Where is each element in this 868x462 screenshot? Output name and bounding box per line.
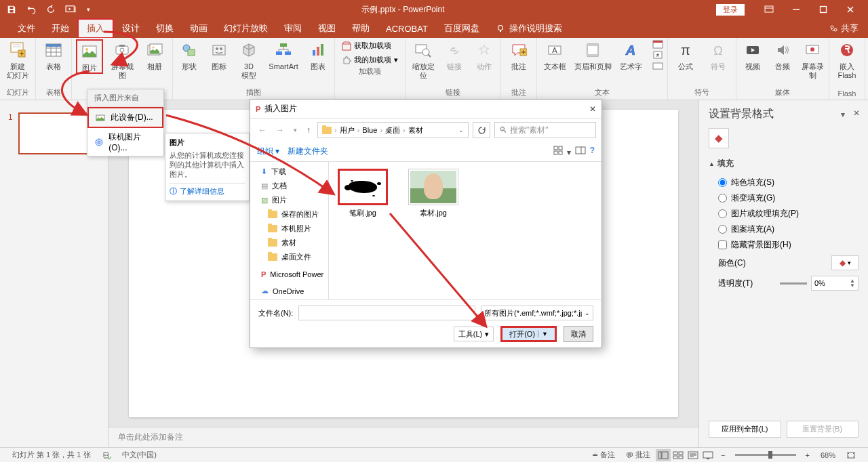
search-input[interactable]: 🔍︎搜索"素材" bbox=[494, 122, 596, 138]
tab-review[interactable]: 审阅 bbox=[276, 20, 310, 37]
transparency-slider[interactable] bbox=[780, 282, 807, 285]
slideshow-view-icon[interactable] bbox=[701, 449, 715, 461]
tab-transitions[interactable]: 切换 bbox=[148, 20, 182, 37]
tab-baidu[interactable]: 百度网盘 bbox=[436, 20, 488, 37]
solid-fill-radio[interactable]: 纯色填充(S) bbox=[709, 175, 859, 190]
language-indicator[interactable]: 中文(中国) bbox=[122, 450, 157, 460]
zoom-level[interactable]: 68% bbox=[821, 451, 835, 459]
undo-icon[interactable] bbox=[26, 5, 37, 14]
action-button[interactable]: 动作 bbox=[472, 39, 496, 71]
chart-button[interactable]: 图表 bbox=[306, 39, 330, 71]
headerfooter-button[interactable]: 页眉和页脚 bbox=[574, 39, 612, 71]
filetype-combo[interactable]: 所有图片(*.emf;*.wmf;*.jpg;*.jp⌄ bbox=[481, 306, 593, 320]
tree-ms-power[interactable]: PMicrosoft Power bbox=[250, 268, 328, 280]
fit-window-icon[interactable] bbox=[846, 451, 856, 459]
hide-bg-checkbox[interactable]: 隐藏背景图形(H) bbox=[709, 237, 859, 253]
equation-button[interactable]: π 公式 bbox=[672, 39, 699, 71]
picture-fill-radio[interactable]: 图片或纹理填充(P) bbox=[709, 206, 859, 222]
tab-file[interactable]: 文件 bbox=[9, 20, 43, 37]
slide-thumbnail[interactable] bbox=[18, 112, 93, 154]
tab-insert[interactable]: 插入 bbox=[77, 18, 114, 39]
tree-saved-pictures[interactable]: 保存的图片 bbox=[250, 207, 328, 222]
pane-close-icon[interactable]: ✕ bbox=[853, 108, 860, 118]
file-material[interactable]: 素材.jpg bbox=[406, 169, 460, 218]
maximize-icon[interactable] bbox=[811, 2, 835, 17]
minimize-icon[interactable] bbox=[784, 2, 808, 17]
filename-input[interactable] bbox=[298, 306, 475, 320]
textbox-button[interactable]: A 文本框 bbox=[541, 39, 568, 71]
gradient-fill-radio[interactable]: 渐变填充(G) bbox=[709, 190, 859, 206]
slide-number-icon[interactable]: # bbox=[652, 50, 663, 60]
color-picker-button[interactable]: ◆▾ bbox=[831, 255, 859, 270]
file-brush[interactable]: 笔刷.jpg bbox=[336, 169, 390, 218]
zoom-out-icon[interactable]: − bbox=[721, 451, 725, 459]
smartart-button[interactable]: SmartArt bbox=[267, 39, 300, 71]
comments-toggle[interactable]: 💬︎批注 bbox=[626, 450, 650, 460]
apply-all-button[interactable]: 应用到全部(L) bbox=[709, 421, 781, 438]
tab-animations[interactable]: 动画 bbox=[182, 20, 216, 37]
zoom-in-icon[interactable]: + bbox=[806, 451, 810, 459]
save-icon[interactable] bbox=[7, 5, 16, 14]
transparency-input[interactable]: 0%▲▼ bbox=[811, 276, 859, 291]
sorter-view-icon[interactable] bbox=[671, 449, 686, 461]
fill-section-header[interactable]: ▲填充 bbox=[709, 158, 859, 169]
open-button[interactable]: 打开(O)▼ bbox=[500, 326, 557, 342]
learn-more-link[interactable]: ⓘ了解详细信息 bbox=[170, 183, 245, 196]
close-icon[interactable] bbox=[838, 2, 863, 17]
audio-button[interactable]: 音频 bbox=[770, 39, 795, 71]
nav-back-icon[interactable]: ← bbox=[256, 124, 269, 136]
tools-combo[interactable]: 工具(L) ▾ bbox=[454, 327, 494, 341]
pane-options-icon[interactable]: ▾ bbox=[841, 110, 845, 119]
view-thumbnails-icon[interactable]: ▾ bbox=[553, 146, 570, 157]
nav-recent-icon[interactable]: ▾ bbox=[291, 125, 300, 135]
flash-button[interactable]: 嵌入 Flash bbox=[833, 39, 861, 80]
screenrec-button[interactable]: 屏幕录制 bbox=[800, 39, 825, 80]
fill-category-icon[interactable]: ◆ bbox=[709, 128, 729, 148]
slideshow-start-icon[interactable] bbox=[65, 5, 77, 14]
tab-home[interactable]: 开始 bbox=[43, 20, 77, 37]
tab-slideshow[interactable]: 幻灯片放映 bbox=[216, 20, 276, 37]
share-button[interactable]: 共享 bbox=[819, 22, 868, 35]
login-button[interactable]: 登录 bbox=[716, 4, 745, 16]
tab-help[interactable]: 帮助 bbox=[344, 20, 378, 37]
tell-me-search[interactable]: 操作说明搜索 bbox=[488, 20, 570, 37]
album-button[interactable]: 相册 bbox=[141, 39, 168, 71]
tree-desktop-files[interactable]: 桌面文件 bbox=[250, 250, 328, 264]
tab-design[interactable]: 设计 bbox=[114, 20, 148, 37]
table-button[interactable]: 表格 bbox=[40, 39, 67, 71]
spell-check-icon[interactable] bbox=[102, 451, 111, 459]
object-icon[interactable] bbox=[652, 61, 663, 70]
newfolder-button[interactable]: 新建文件夹 bbox=[288, 146, 328, 157]
pattern-fill-radio[interactable]: 图案填充(A) bbox=[709, 222, 859, 237]
tab-acrobat[interactable]: ACROBAT bbox=[378, 21, 436, 37]
pictures-button[interactable]: 图片 bbox=[76, 39, 103, 74]
zoom-button[interactable]: 缩放定位 bbox=[410, 39, 437, 80]
date-icon[interactable] bbox=[652, 39, 663, 49]
tree-documents[interactable]: ▤文档 bbox=[250, 179, 328, 193]
screenshot-button[interactable]: 屏幕截图 bbox=[108, 39, 136, 80]
tree-pictures[interactable]: ▧图片 bbox=[250, 193, 328, 207]
icons-button[interactable]: 图标 bbox=[207, 39, 231, 71]
notes-toggle[interactable]: ≐备注 bbox=[592, 450, 615, 460]
help-icon[interactable]: ? bbox=[590, 146, 595, 157]
tree-camera-roll[interactable]: 本机照片 bbox=[250, 222, 328, 236]
ribbon-display-icon[interactable] bbox=[757, 2, 781, 17]
symbol-button[interactable]: Ω 符号 bbox=[705, 39, 732, 71]
reading-view-icon[interactable] bbox=[686, 449, 701, 461]
refresh-button[interactable] bbox=[473, 122, 490, 138]
address-bar[interactable]: › 用户› Blue› 桌面› 素材 ⌄ bbox=[317, 122, 469, 138]
links-button[interactable]: 链接 bbox=[442, 39, 467, 71]
tree-downloads[interactable]: ⬇下载 bbox=[250, 165, 328, 179]
redo-icon[interactable] bbox=[46, 5, 56, 14]
comment-button[interactable]: 批注 bbox=[505, 39, 532, 71]
preview-pane-icon[interactable] bbox=[575, 146, 586, 157]
normal-view-icon[interactable] bbox=[656, 449, 671, 461]
organize-button[interactable]: 组织 ▾ bbox=[257, 146, 279, 157]
dialog-close-icon[interactable]: ✕ bbox=[589, 104, 596, 114]
new-slide-button[interactable]: 新建 幻灯片 bbox=[4, 39, 31, 80]
tab-view[interactable]: 视图 bbox=[310, 20, 344, 37]
file-list[interactable]: 笔刷.jpg 素材.jpg bbox=[329, 162, 601, 299]
nav-up-icon[interactable]: ↑ bbox=[304, 124, 313, 136]
shapes-button[interactable]: 形状 bbox=[177, 39, 201, 71]
tree-materials[interactable]: 素材 bbox=[250, 236, 328, 250]
